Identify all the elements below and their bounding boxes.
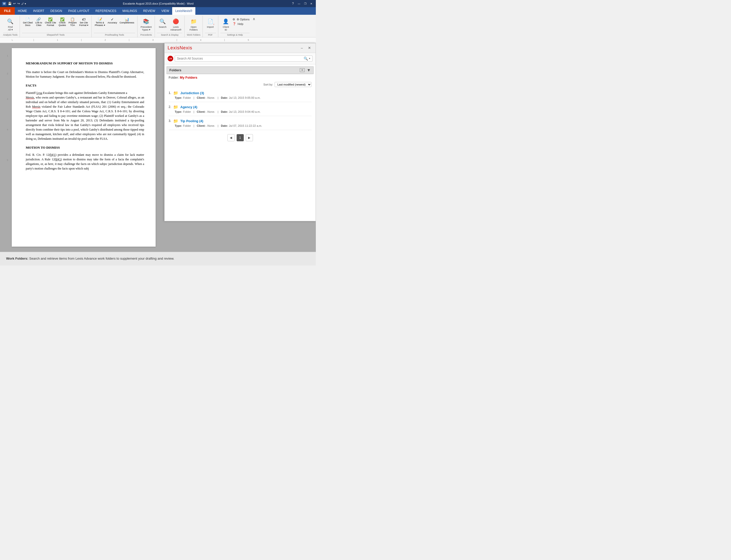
ribbon-group-search-display: 🔍 Search 🔴 LexisAdvance® Search & Displa… bbox=[155, 16, 185, 37]
import-btn[interactable]: 📄 ↓ Import bbox=[205, 17, 216, 29]
analysis-tools-label: Analysis Tools bbox=[3, 33, 18, 36]
options-btn[interactable]: ⚙ ⚙ Options bbox=[232, 18, 249, 21]
ribbon-group-precedents: 📚 PrecedentTypes ▾ Precedents bbox=[137, 16, 155, 37]
menu-references[interactable]: REFERENCES bbox=[92, 7, 119, 15]
completeness-btn[interactable]: 📊 Completeness bbox=[119, 17, 135, 24]
customize-icon[interactable]: 🖊 ▾ bbox=[21, 2, 26, 5]
folder-3-type-val: Folder bbox=[183, 124, 191, 127]
lexis-close-btn[interactable]: ✕ bbox=[306, 45, 312, 50]
cited-docs-icon: 📄 bbox=[25, 17, 30, 21]
menu-mailings[interactable]: MAILINGS bbox=[119, 7, 140, 15]
save-icon[interactable]: 💾 bbox=[8, 2, 12, 5]
title-bar: W 💾 ↩ ↪ 🖊 ▾ Escalante August 2015.docx [… bbox=[0, 0, 316, 7]
folder-1-divider: | bbox=[193, 96, 194, 99]
ruler: L | 1 | 2 | 3 | 4 | 5 bbox=[0, 37, 316, 43]
link-to-cites-btn[interactable]: 🔗 Link toCites bbox=[34, 17, 43, 27]
menu-design[interactable]: DESIGN bbox=[47, 7, 65, 15]
folder-1-divider2: | bbox=[217, 96, 218, 99]
search-ribbon-btn[interactable]: 🔍 Search bbox=[157, 17, 168, 29]
precedent-types-label: PrecedentTypes ▾ bbox=[141, 25, 151, 31]
sort-dropdown[interactable]: Last modified (newest) bbox=[274, 82, 311, 87]
set-cite-format-btn[interactable]: 🏷 Set CiteFormat ▾ bbox=[78, 17, 89, 27]
search-submit-icon[interactable]: 🔍 bbox=[303, 57, 308, 61]
restore-btn[interactable]: ❐ bbox=[302, 2, 308, 6]
folder-path-name[interactable]: My Folders bbox=[180, 76, 197, 79]
precedent-types-btn[interactable]: 📚 PrecedentTypes ▾ bbox=[140, 17, 152, 32]
document-page: MEMORANDUM IN SUPPORT OF MOTION TO DISMI… bbox=[12, 48, 156, 247]
search-ribbon-label: Search bbox=[159, 25, 166, 28]
check-cite-label: Check CiteFormat bbox=[45, 21, 56, 26]
menu-home[interactable]: HOME bbox=[15, 7, 30, 15]
lysa-name: Lysa bbox=[36, 91, 42, 95]
file-menu-btn[interactable]: FILE bbox=[0, 7, 15, 15]
folder-2-type: Type: Folder bbox=[175, 110, 191, 113]
folder-1-client: Client: -None- bbox=[197, 96, 215, 99]
sort-bar: Sort by: Last modified (newest) bbox=[164, 81, 315, 88]
folder-3-name[interactable]: Tip Pooling (4) bbox=[180, 119, 203, 123]
lexis-advance-btn[interactable]: 🔴 LexisAdvance® bbox=[169, 17, 182, 32]
minimize-btn[interactable]: — bbox=[296, 2, 301, 6]
folder-3-divider: | bbox=[193, 124, 194, 127]
client-id-btn[interactable]: 👤 ClientID bbox=[220, 17, 231, 32]
pagination-current-btn[interactable]: 1 bbox=[237, 134, 244, 141]
line-numbers: 1 2 3 4 5 bbox=[0, 48, 9, 175]
open-folders-btn[interactable]: 📁 OpenFolders bbox=[188, 17, 199, 32]
folder-item-3: 3. 📁 Tip Pooling (4) Type: Folder | Clie… bbox=[169, 116, 311, 130]
motion-para: Fed. R. Civ. P. 12(b)(1) provides a defe… bbox=[26, 152, 144, 171]
folder-1-meta: Type: Folder | Client: -None- | Date: Ju… bbox=[169, 96, 311, 99]
search-all-sources-input[interactable] bbox=[177, 57, 303, 60]
help-ribbon-icon: ❓ bbox=[232, 22, 236, 25]
folders-scroll-down-btn[interactable]: ▼ bbox=[307, 68, 311, 73]
ribbon-collapse-btn[interactable]: ∧ bbox=[252, 16, 256, 37]
mersis-link-2[interactable]: Mersis bbox=[32, 105, 40, 108]
folder-3-type: Type: Folder bbox=[175, 124, 191, 127]
pagination-prev-btn[interactable]: ◀ bbox=[227, 134, 234, 141]
folder-1-name[interactable]: Jurisdiction (3) bbox=[180, 91, 204, 95]
check-quotes-label: CheckQuotes bbox=[59, 21, 66, 26]
folder-1-header: 1. 📁 Jurisdiction (3) bbox=[169, 91, 311, 95]
folder-3-num: 3. bbox=[169, 119, 171, 123]
lexisnexis-panel: LexisNexis – ✕ LN 🔍 ▾ Folders ✕ ▼ bbox=[164, 43, 316, 221]
folder-2-divider2: | bbox=[217, 110, 218, 113]
folder-2-client-val: -None- bbox=[206, 110, 215, 113]
check-cite-format-btn[interactable]: ✅ Check CiteFormat bbox=[44, 17, 57, 27]
menu-review[interactable]: REVIEW bbox=[140, 7, 158, 15]
lexis-panel-title: LexisNexis bbox=[168, 45, 192, 51]
folder-1-date: Date: Jul 13, 2015 9:05:00 a.m. bbox=[221, 96, 260, 99]
lexis-advance-label: LexisAdvance® bbox=[170, 25, 181, 31]
search-dropdown-icon[interactable]: ▾ bbox=[309, 57, 310, 60]
client-id-label: ClientID bbox=[223, 25, 229, 31]
menu-page-layout[interactable]: PAGE LAYOUT bbox=[65, 7, 92, 15]
find-all-btn[interactable]: 🔍 FindAll ▾ bbox=[5, 17, 16, 32]
folder-path-label: Folder: bbox=[169, 76, 179, 79]
folder-path: Folder: My Folders bbox=[164, 74, 315, 81]
prepare-toa-btn[interactable]: 📋 PrepareTOA bbox=[67, 17, 78, 27]
redo-icon[interactable]: ↪ bbox=[17, 2, 20, 5]
folder-1-type-val: Folder bbox=[183, 96, 191, 99]
lexis-minimize-btn[interactable]: – bbox=[299, 45, 304, 50]
get-cited-docs-btn[interactable]: 📄 Get CitedDocs bbox=[22, 17, 34, 27]
check-cite-icon: ✅ bbox=[48, 17, 52, 21]
undo-icon[interactable]: ↩ bbox=[13, 2, 16, 5]
set-cite-icon: 🏷 bbox=[82, 17, 86, 21]
menu-lexisnexis[interactable]: LexisNexis® bbox=[172, 7, 195, 15]
close-btn[interactable]: ✕ bbox=[309, 2, 314, 6]
set-cite-label: Set CiteFormat ▾ bbox=[79, 21, 88, 26]
menu-insert[interactable]: INSERT bbox=[30, 7, 47, 15]
mersis-link-1[interactable]: Mersis bbox=[26, 96, 34, 99]
pagination-next-btn[interactable]: ▶ bbox=[246, 134, 253, 141]
check-quotes-btn[interactable]: ✅ CheckQuotes bbox=[58, 17, 67, 27]
help-window-btn[interactable]: ? bbox=[290, 2, 295, 6]
folder-3-header: 3. 📁 Tip Pooling (4) bbox=[169, 119, 311, 123]
main-area: 1 2 3 4 5 MEMORANDUM IN SUPPORT OF MOTIO… bbox=[0, 43, 316, 252]
terms-phrases-btn[interactable]: 📝 Terms &Phrases ▾ bbox=[94, 17, 106, 27]
folders-close-btn[interactable]: ✕ bbox=[300, 68, 304, 72]
search-input-wrapper[interactable]: 🔍 ▾ bbox=[175, 55, 312, 62]
menu-view[interactable]: VIEW bbox=[158, 7, 172, 15]
folder-2-name[interactable]: Agency (4) bbox=[180, 105, 197, 109]
help-ribbon-btn[interactable]: ❓ Help bbox=[232, 22, 249, 25]
accuracy-btn[interactable]: ✓ Accuracy bbox=[107, 17, 118, 24]
ribbon-group-proofreading: 📝 Terms &Phrases ▾ ✓ Accuracy 📊 Complete… bbox=[92, 16, 137, 37]
folder-3-divider2: | bbox=[217, 124, 218, 127]
import-label: Import bbox=[207, 25, 214, 28]
